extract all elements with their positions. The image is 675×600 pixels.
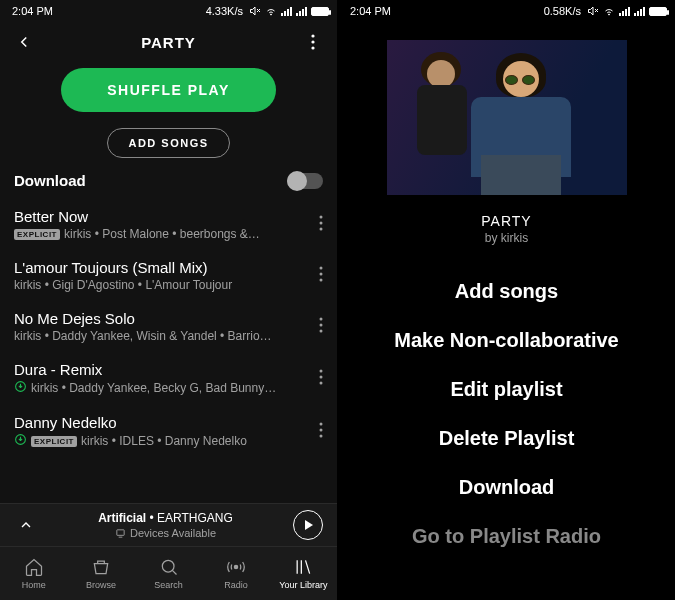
context-menu: Add songs Make Non-collaborative Edit pl… [338,267,675,561]
nav-search[interactable]: Search [135,547,202,600]
track-row[interactable]: Dura - Remixkirkis • Daddy Yankee, Becky… [0,352,337,405]
add-songs-button[interactable]: ADD SONGS [107,128,229,158]
track-subtitle: EXPLICITkirkis • Post Malone • beerbongs… [14,227,309,241]
track-subtitle: kirkis • Daddy Yankee, Wisin & Yandel • … [14,329,309,343]
mute-icon [249,5,261,17]
play-button[interactable] [293,510,323,540]
signal-icon [634,6,645,16]
now-playing-bar[interactable]: Artificial • EARTHGANG Devices Available [0,503,337,546]
track-list[interactable]: Better NowEXPLICITkirkis • Post Malone •… [0,199,337,503]
options-button[interactable] [301,34,325,50]
track-title: Danny Nedelko [14,414,309,431]
svg-point-13 [320,324,323,327]
track-row[interactable]: L'amour Toujours (Small Mix)kirkis • Gig… [0,250,337,301]
svg-point-2 [271,14,272,15]
track-subtitle: kirkis • Gigi D'Agostino • L'Amour Toujo… [14,278,309,292]
devices-label: Devices Available [130,527,216,539]
track-subtitle: EXPLICITkirkis • IDLES • Danny Nedelko [14,433,309,449]
signal-icon [296,6,307,16]
back-button[interactable] [12,33,36,51]
status-data-rate: 0.58K/s [544,5,581,17]
chevron-up-icon [18,517,34,533]
svg-point-6 [320,216,323,219]
track-options-button[interactable] [309,317,323,336]
track-subtitle: kirkis • Daddy Yankee, Becky G, Bad Bunn… [14,380,309,396]
svg-rect-23 [117,529,124,535]
chevron-up-button[interactable] [14,517,38,533]
track-options-button[interactable] [309,266,323,285]
kebab-icon [319,369,323,385]
downloaded-icon [14,433,27,449]
track-options-button[interactable] [309,215,323,234]
status-icons [249,5,329,17]
menu-edit-playlist[interactable]: Edit playlist [338,365,675,414]
signal-icon [281,6,292,16]
track-title: Dura - Remix [14,361,309,378]
svg-point-10 [320,273,323,276]
kebab-icon [319,422,323,438]
track-options-button[interactable] [309,369,323,388]
mute-icon [587,5,599,17]
menu-download[interactable]: Download [338,463,675,512]
menu-add-songs[interactable]: Add songs [338,267,675,316]
svg-point-18 [320,382,323,385]
download-toggle[interactable] [287,173,323,189]
signal-icon [619,6,630,16]
nav-browse[interactable]: Browse [67,547,134,600]
nav-home-label: Home [22,580,46,590]
svg-point-9 [320,267,323,270]
playlist-cover [387,40,627,195]
nav-library-label: Your Library [279,580,327,590]
svg-point-5 [311,46,314,49]
nav-radio[interactable]: Radio [202,547,269,600]
track-title: Better Now [14,208,309,225]
svg-point-20 [320,423,323,426]
now-playing-artist: EARTHGANG [157,511,233,525]
track-row[interactable]: No Me Dejes Solokirkis • Daddy Yankee, W… [0,301,337,352]
context-playlist-byline: by kirkis [338,231,675,245]
svg-point-12 [320,318,323,321]
kebab-icon [311,34,315,50]
svg-point-25 [162,560,174,572]
status-icons [587,5,667,17]
battery-icon [649,7,667,16]
wifi-icon [603,5,615,17]
playlist-screen: 2:04 PM 4.33K/s PARTY SHUFFLE PLAY ADD S… [0,0,338,600]
radio-icon [226,557,246,577]
menu-delete-playlist[interactable]: Delete Playlist [338,414,675,463]
nav-library[interactable]: Your Library [270,547,337,600]
status-data-rate: 4.33K/s [206,5,243,17]
download-toggle-row: Download [0,158,337,199]
search-icon [159,557,179,577]
track-title: No Me Dejes Solo [14,310,309,327]
kebab-icon [319,215,323,231]
svg-point-14 [320,330,323,333]
svg-point-3 [311,34,314,37]
track-row[interactable]: Danny NedelkoEXPLICITkirkis • IDLES • Da… [0,405,337,458]
menu-playlist-radio[interactable]: Go to Playlist Radio [338,512,675,561]
context-menu-screen: 2:04 PM 0.58K/s PARTY by kirkis Add song… [338,0,675,600]
wifi-icon [265,5,277,17]
svg-line-30 [306,560,310,573]
browse-icon [91,557,111,577]
svg-point-11 [320,279,323,282]
svg-point-17 [320,376,323,379]
battery-icon [311,7,329,16]
status-bar: 2:04 PM 4.33K/s [0,0,337,22]
library-icon [293,557,313,577]
nav-search-label: Search [154,580,183,590]
track-options-button[interactable] [309,422,323,441]
track-row[interactable]: Better NowEXPLICITkirkis • Post Malone •… [0,199,337,250]
nav-home[interactable]: Home [0,547,67,600]
context-playlist-title: PARTY [338,213,675,229]
header: PARTY [0,22,337,62]
shuffle-play-button[interactable]: SHUFFLE PLAY [61,68,276,112]
svg-point-22 [320,435,323,438]
chevron-left-icon [15,33,33,51]
devices-icon [115,528,126,539]
now-playing-track: Artificial [98,511,146,525]
svg-point-8 [320,228,323,231]
menu-make-non-collaborative[interactable]: Make Non-collaborative [338,316,675,365]
svg-point-27 [234,565,237,568]
downloaded-icon [14,380,27,396]
